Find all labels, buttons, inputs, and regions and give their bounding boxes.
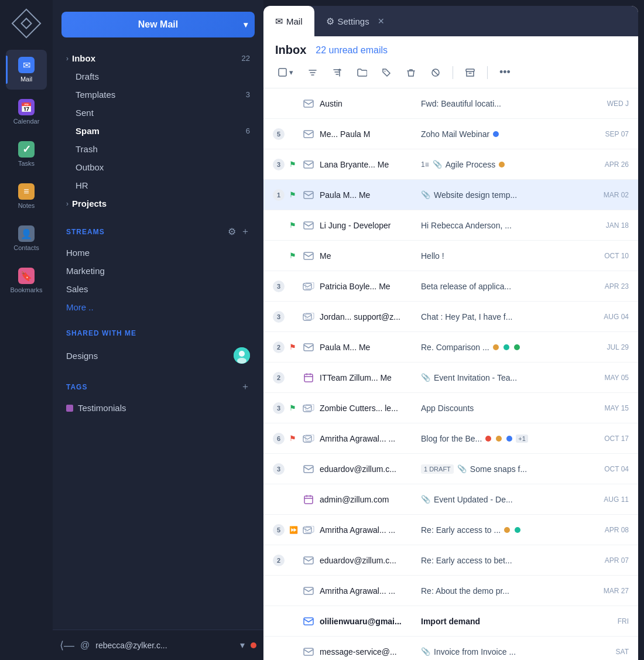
folder-spam[interactable]: Spam 6	[61, 122, 255, 140]
tags-add-button[interactable]: ＋	[241, 381, 250, 393]
folder-projects[interactable]: › Projects	[61, 194, 255, 213]
thread-count: 5	[273, 524, 285, 536]
sidebar-item-bookmarks[interactable]: 🔖 Bookmarks	[6, 261, 47, 300]
block-button[interactable]	[428, 65, 443, 80]
sort-button[interactable]	[330, 65, 345, 80]
folder-inbox[interactable]: › Inbox 22	[61, 49, 255, 67]
email-subject: Beta release of applica...	[421, 282, 586, 291]
email-date: OCT 17	[591, 435, 629, 443]
folder-spam-count: 6	[246, 126, 250, 135]
folder-drafts[interactable]: Drafts	[61, 67, 255, 86]
delete-button[interactable]	[403, 65, 419, 80]
stream-sales[interactable]: Sales	[61, 280, 255, 298]
email-date: JAN 18	[591, 221, 629, 230]
envelope-blue-icon	[302, 615, 315, 628]
sidebar-icon-nav: ✉ Mail 📅 Calendar ✓ Tasks ≡ Notes 👤 Cont…	[0, 0, 53, 660]
folder-sent[interactable]: Sent	[61, 104, 255, 122]
email-row[interactable]: 0 message-service@... 📎 Invoice from Inv…	[263, 637, 638, 660]
envelope-group-icon	[302, 310, 315, 323]
user-menu-button[interactable]: ▾	[240, 640, 245, 651]
email-row[interactable]: 0 ⚑ Me Hello ! OCT 10	[263, 241, 638, 271]
email-row[interactable]: 2 ⚑ Paula M... Me Re. Comparison ... JUL…	[263, 332, 638, 363]
toolbar-actions: ▾	[275, 64, 626, 81]
tab-settings[interactable]: ⚙ Settings ✕	[314, 6, 396, 36]
new-mail-button[interactable]: New Mail ▾	[61, 12, 255, 37]
shared-designs[interactable]: Designs	[61, 343, 255, 368]
tasks-icon: ✓	[18, 141, 35, 158]
stream-home[interactable]: Home	[61, 244, 255, 262]
archive-button[interactable]	[463, 65, 478, 80]
thread-count: 3	[273, 159, 285, 170]
email-row[interactable]: 5 ⏩ Amritha Agrawal... ... Re: Early acc…	[263, 515, 638, 545]
tag-testimonials-label: Testimonials	[78, 403, 126, 413]
email-row[interactable]: 0 admin@zillum.com 📎 Event Updated - De.…	[263, 484, 638, 515]
envelope-icon	[302, 249, 315, 262]
sidebar-item-notes[interactable]: ≡ Notes	[6, 176, 47, 216]
email-row[interactable]: 3 ⚑ Zombie Cutters... le... App Discount…	[263, 393, 638, 423]
tags-section-header: TAGS ＋	[61, 377, 255, 396]
email-row[interactable]: 0 Austin Fwd: Beautiful locati... WED J	[263, 88, 638, 119]
email-date: MAY 05	[591, 374, 629, 382]
tab-mail[interactable]: ✉ Mail	[263, 6, 314, 36]
email-sender: Me... Paula M	[320, 129, 416, 139]
email-row[interactable]: 2 eduardov@zillum.c... Re: Early access …	[263, 545, 638, 576]
folder-button[interactable]	[354, 65, 369, 80]
flag-icon: ⚑	[289, 160, 297, 169]
folder-hr[interactable]: HR	[61, 176, 255, 194]
thread-count: 3	[273, 281, 285, 292]
email-subject: Zoho Mail Webinar	[421, 129, 586, 139]
email-subject: Hi Rebecca Anderson, ...	[421, 221, 586, 230]
email-sender: Paula M... Me	[320, 190, 416, 200]
email-subject: 📎 Event Invitation - Tea...	[421, 373, 586, 382]
sidebar-item-tasks[interactable]: ✓ Tasks	[6, 134, 47, 174]
sidebar-item-mail[interactable]: ✉ Mail	[6, 50, 47, 90]
streams-settings-button[interactable]: ⚙	[228, 225, 236, 238]
email-date: APR 08	[591, 526, 629, 534]
thread-count: 2	[273, 555, 285, 566]
streams-title: STREAMS	[66, 228, 105, 236]
shared-designs-label: Designs	[66, 351, 234, 361]
thread-count: 2	[273, 372, 285, 384]
calendar-icon	[302, 493, 315, 506]
folder-trash[interactable]: Trash	[61, 140, 255, 158]
sidebar-item-contacts[interactable]: 👤 Contacts	[6, 218, 47, 258]
stream-marketing[interactable]: Marketing	[61, 262, 255, 280]
tab-bar: ✉ Mail ⚙ Settings ✕	[263, 6, 638, 36]
more-button[interactable]: •••	[497, 64, 513, 81]
calendar-icon	[302, 371, 315, 384]
email-sender: Zombie Cutters... le...	[320, 403, 416, 413]
svg-rect-29	[304, 618, 313, 625]
main-content: ✉ Mail ⚙ Settings ✕ Inbox 22 unread emai…	[263, 6, 638, 660]
email-sender: Austin	[320, 99, 416, 108]
email-row[interactable]: 6 ⚑ Amritha Agrawal... ... Blog for the …	[263, 423, 638, 454]
envelope-group-icon	[302, 524, 315, 536]
contacts-label: Contacts	[13, 244, 39, 251]
settings-tab-close[interactable]: ✕	[378, 16, 385, 26]
tag-testimonials[interactable]: Testimonials	[61, 399, 255, 417]
select-all-button[interactable]: ▾	[275, 65, 296, 80]
folder-templates[interactable]: Templates 3	[61, 86, 255, 104]
folder-outbox[interactable]: Outbox	[61, 158, 255, 176]
sidebar-item-calendar[interactable]: 📅 Calendar	[6, 92, 47, 132]
email-row[interactable]: 1 ⚑ Paula M... Me 📎 Website design temp.…	[263, 180, 638, 210]
email-row[interactable]: 0 olilienwuaru@gmai... Import demand FRI	[263, 606, 638, 637]
email-row[interactable]: 3 eduardov@zillum.c... 1 DRAFT 📎 Some sn…	[263, 454, 638, 484]
streams-more[interactable]: More ..	[61, 298, 255, 316]
email-row[interactable]: 5 Me... Paula M Zoho Mail Webinar SEP 07	[263, 119, 638, 149]
tag-button[interactable]	[379, 65, 394, 80]
filter-button[interactable]	[305, 65, 320, 80]
email-row[interactable]: 0 ⚑ Li Jung - Developer Hi Rebecca Ander…	[263, 210, 638, 241]
email-row[interactable]: 3 Jordan... support@z... Chat : Hey Pat,…	[263, 302, 638, 332]
email-row[interactable]: 0 Amritha Agrawal... ... Re: About the d…	[263, 576, 638, 606]
flag-icon: ⚑	[289, 221, 297, 230]
svg-rect-28	[304, 587, 313, 594]
streams-add-button[interactable]: ＋	[241, 225, 250, 238]
collapse-sidebar-button[interactable]: ⟨—	[60, 639, 74, 652]
email-row[interactable]: 3 ⚑ Lana Bryante... Me 1≡ 📎 Agile Proces…	[263, 149, 638, 180]
email-subject: 📎 Website design temp...	[421, 190, 586, 200]
toolbar-divider-2	[487, 66, 488, 79]
svg-point-4	[385, 70, 386, 71]
folder-inbox-count: 22	[242, 54, 250, 63]
email-row[interactable]: 3 Patricia Boyle... Me Beta release of a…	[263, 271, 638, 302]
email-row[interactable]: 2 ITTeam Zillum... Me 📎 Event Invitation…	[263, 363, 638, 393]
